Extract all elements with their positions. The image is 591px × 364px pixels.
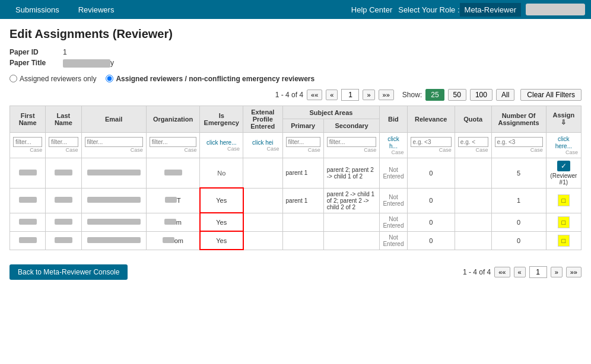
filter-organization[interactable] — [150, 137, 197, 147]
clear-first-name[interactable]: Case — [13, 147, 42, 153]
clear-quota[interactable]: Case — [458, 147, 488, 153]
show-label: Show: — [402, 91, 422, 99]
filter-num-assignments[interactable] — [495, 137, 543, 147]
paper-title-blurred — [63, 59, 110, 68]
cell-external-3 — [243, 213, 283, 231]
clear-organization[interactable]: Case — [150, 147, 197, 153]
filter-first-name[interactable] — [13, 137, 42, 147]
pagination-first[interactable]: «« — [307, 90, 322, 100]
cell-assign-3: □ — [546, 213, 581, 231]
pagination-next-bottom[interactable]: » — [551, 267, 563, 277]
assign-checkbox-4[interactable]: □ — [558, 235, 570, 247]
cell-relevance-2: 0 — [407, 188, 455, 213]
assign-checkbox-3[interactable]: □ — [558, 216, 570, 228]
filter-secondary[interactable] — [327, 137, 377, 147]
filter-relevance[interactable] — [411, 137, 452, 147]
filter-relevance-cell: Case — [407, 132, 455, 158]
nav-role-label: Select Your Role : — [398, 5, 459, 14]
filter-bid-cell: click h... Case — [380, 132, 407, 158]
clear-primary[interactable]: Case — [286, 147, 320, 153]
paper-id-value: 1 — [63, 48, 67, 56]
paper-title-row: Paper Title y — [9, 59, 582, 68]
clear-assign[interactable]: Case — [549, 149, 578, 155]
pagination-info-bottom: 1 - 4 of 4 — [463, 268, 491, 276]
filter-email[interactable] — [85, 137, 143, 147]
clear-num-assignments[interactable]: Case — [495, 147, 543, 153]
cell-org-4: om — [146, 231, 200, 250]
pagination-info-top: 1 - 4 of 4 — [275, 91, 303, 99]
paper-title-label: Paper Title — [9, 59, 63, 68]
cell-secondary-4 — [323, 231, 380, 250]
pagination-last[interactable]: »» — [379, 90, 394, 100]
cell-assign-2: □ — [546, 188, 581, 213]
cell-secondary-2: parent 2 -> child 1 of 2; parent 2 -> ch… — [323, 188, 380, 213]
pagination-page-input[interactable] — [341, 89, 359, 101]
clear-email[interactable]: Case — [85, 147, 143, 153]
show-100[interactable]: 100 — [470, 89, 493, 101]
pagination-prev[interactable]: « — [326, 90, 338, 100]
cell-email-2 — [81, 188, 146, 213]
cell-bid-4: NotEntered — [380, 231, 407, 250]
cell-last-name-2 — [46, 188, 81, 213]
clear-secondary[interactable]: Case — [327, 147, 377, 153]
cell-primary-4 — [282, 231, 323, 250]
table-controls: 1 - 4 of 4 «« « » »» Show: 25 50 100 All… — [9, 89, 582, 101]
cell-emergency-4: Yes — [200, 231, 243, 250]
cell-first-name-4 — [10, 231, 46, 250]
th-bid: Bid — [380, 106, 407, 132]
th-quota: Quota — [455, 106, 491, 132]
clear-relevance[interactable]: Case — [411, 147, 452, 153]
cell-primary-1: parent 1 — [282, 158, 323, 188]
clear-all-filters[interactable]: Clear All Filters — [520, 89, 582, 101]
filter-secondary-cell: Case — [323, 132, 380, 158]
radio-assigned-only-input[interactable] — [9, 75, 17, 82]
filter-bid-link[interactable]: click h... — [387, 136, 399, 149]
clear-last-name[interactable]: Case — [49, 147, 78, 153]
assignments-table: First Name Last Name Email Organization … — [9, 106, 582, 251]
radio-emergency-input[interactable] — [106, 75, 113, 82]
clear-emergency[interactable]: Case — [203, 146, 240, 152]
nav-reviewers[interactable]: Reviewers — [69, 2, 124, 18]
cell-bid-1: NotEntered — [380, 158, 407, 188]
radio-emergency[interactable]: Assigned reviewers / non-conflicting eme… — [106, 75, 314, 83]
clear-bid[interactable]: Case — [383, 149, 403, 155]
filter-num-assignments-cell: Case — [491, 132, 546, 158]
assign-checked-1[interactable]: ✓ — [557, 161, 570, 171]
filter-emergency-link[interactable]: click here... — [206, 139, 237, 146]
clear-external[interactable]: Case — [246, 146, 279, 152]
pagination-last-bottom[interactable]: »» — [566, 267, 582, 277]
nav-help[interactable]: Help Center — [345, 2, 398, 18]
show-25[interactable]: 25 — [425, 89, 444, 101]
filter-assign-link[interactable]: click here... — [555, 136, 572, 149]
pagination-page-bottom[interactable] — [529, 266, 547, 278]
cell-external-1 — [243, 158, 283, 188]
table-row: m Yes NotEntered 0 0 □ — [10, 213, 582, 231]
radio-assigned-only[interactable]: Assigned reviewers only — [9, 75, 96, 83]
pagination-first-bottom[interactable]: «« — [494, 267, 510, 277]
show-all[interactable]: All — [496, 89, 514, 101]
th-num-assignments: Number Of Assignments — [491, 106, 546, 132]
filter-external-link[interactable]: click hei — [252, 139, 274, 146]
cell-last-name-1 — [46, 158, 81, 188]
cell-num-assignments-4: 0 — [491, 231, 546, 250]
nav-role-select[interactable]: Meta-Reviewer — [460, 3, 521, 17]
assign-checkbox-2[interactable]: □ — [558, 194, 570, 206]
cell-primary-3 — [282, 213, 323, 231]
page-title: Edit Assignments (Reviewer) — [9, 27, 582, 41]
th-subject-areas: Subject Areas — [282, 106, 380, 119]
nav-submissions[interactable]: Submissions — [6, 2, 69, 18]
cell-org-3: m — [146, 213, 200, 231]
cell-email-4 — [81, 231, 146, 250]
pagination-prev-bottom[interactable]: « — [514, 267, 526, 277]
filter-last-name[interactable] — [49, 137, 78, 147]
filter-quota[interactable] — [458, 137, 488, 147]
cell-quota-2 — [455, 188, 491, 213]
cell-emergency-3: Yes — [200, 213, 243, 231]
pagination-next[interactable]: » — [363, 90, 374, 100]
back-to-console-button[interactable]: Back to Meta-Reviewer Console — [9, 264, 128, 280]
filter-primary[interactable] — [286, 137, 320, 147]
radio-assigned-only-label: Assigned reviewers only — [20, 75, 96, 83]
th-first-name: First Name — [10, 106, 46, 132]
show-50[interactable]: 50 — [448, 89, 466, 101]
reviewer-label-1: (Reviewer #1) — [549, 173, 578, 186]
